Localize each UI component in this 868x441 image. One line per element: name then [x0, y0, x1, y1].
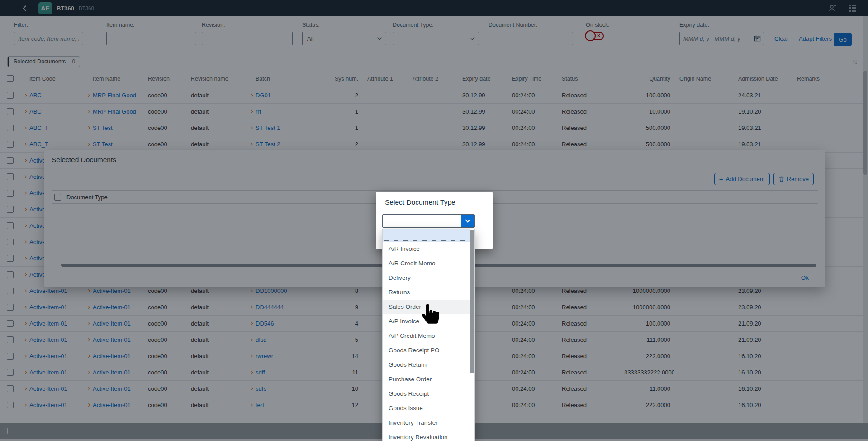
document-type-option-list: A/R Invoice A/R Credit Memo Delivery Ret… [382, 229, 475, 441]
document-type-dropdown[interactable] [382, 214, 475, 228]
dropdown-arrow-button[interactable] [461, 215, 474, 227]
document-type-option[interactable]: Goods Receipt PO [383, 343, 474, 358]
document-type-option[interactable]: Purchase Order [383, 372, 474, 387]
document-type-option[interactable]: Goods Receipt [383, 387, 474, 401]
document-type-option[interactable]: A/R Credit Memo [383, 256, 474, 271]
document-type-option[interactable]: Goods Issue [383, 401, 474, 416]
document-type-option[interactable]: Inventory Revaluation [383, 430, 474, 441]
document-type-option[interactable]: A/R Invoice [383, 242, 474, 256]
document-type-option[interactable]: Delivery [383, 271, 474, 285]
popover-title: Select Document Type [385, 198, 455, 206]
hand-pointer-cursor [422, 304, 439, 326]
dropdown-value [383, 215, 461, 227]
document-type-option[interactable]: Returns [383, 285, 474, 300]
document-type-option[interactable]: Inventory Transfer [383, 416, 474, 430]
dropdown-scrollbar-thumb[interactable] [470, 230, 474, 373]
document-type-option[interactable]: Goods Return [383, 358, 474, 372]
empty-option-selected[interactable] [383, 229, 474, 242]
document-type-option[interactable]: A/P Credit Memo [383, 329, 474, 343]
chevron-down-icon [465, 217, 470, 222]
dropdown-scrollbar[interactable] [470, 229, 474, 441]
